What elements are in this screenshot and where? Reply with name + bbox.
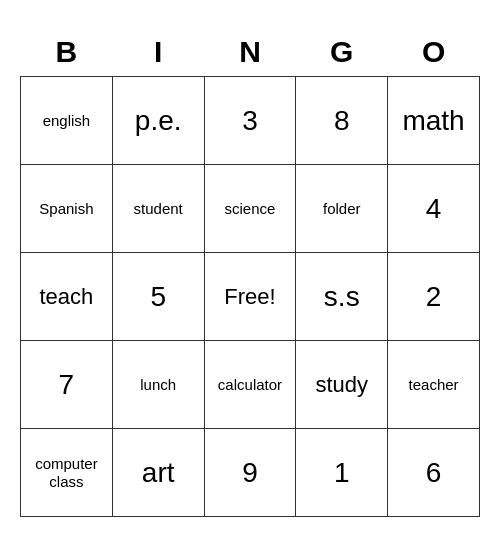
cell-content: calculator [218,376,282,393]
table-cell: 9 [204,429,296,517]
table-cell: calculator [204,341,296,429]
table-row: Spanishstudentsciencefolder4 [21,165,480,253]
table-cell: Free! [204,253,296,341]
cell-content: computer class [35,455,98,490]
table-cell: computer class [21,429,113,517]
cell-content: teacher [409,376,459,393]
table-cell: 1 [296,429,388,517]
table-cell: lunch [112,341,204,429]
table-row: computer classart916 [21,429,480,517]
table-cell: english [21,77,113,165]
cell-content: 6 [426,457,442,488]
table-cell: 4 [388,165,480,253]
cell-content: 4 [426,193,442,224]
cell-content: 3 [242,105,258,136]
cell-content: 9 [242,457,258,488]
bingo-card: BINGO englishp.e.38mathSpanishstudentsci… [20,27,480,518]
cell-content: art [142,457,175,488]
cell-content: Free! [224,284,275,309]
cell-content: study [315,372,368,397]
bingo-header-cell: I [112,27,204,77]
cell-content: science [225,200,276,217]
table-cell: 5 [112,253,204,341]
cell-content: s.s [324,281,360,312]
cell-content: 5 [150,281,166,312]
table-cell: 3 [204,77,296,165]
bingo-header-cell: B [21,27,113,77]
table-cell: teach [21,253,113,341]
cell-content: 8 [334,105,350,136]
table-cell: math [388,77,480,165]
cell-content: student [134,200,183,217]
table-cell: teacher [388,341,480,429]
cell-content: p.e. [135,105,182,136]
cell-content: teach [39,284,93,309]
cell-content: 1 [334,457,350,488]
bingo-header: BINGO [21,27,480,77]
bingo-header-cell: N [204,27,296,77]
table-row: 7lunchcalculatorstudyteacher [21,341,480,429]
cell-content: math [402,105,464,136]
table-cell: art [112,429,204,517]
table-cell: 2 [388,253,480,341]
table-cell: science [204,165,296,253]
table-cell: p.e. [112,77,204,165]
table-row: teach5Free!s.s2 [21,253,480,341]
table-cell: student [112,165,204,253]
table-cell: study [296,341,388,429]
table-row: englishp.e.38math [21,77,480,165]
table-cell: 8 [296,77,388,165]
bingo-header-cell: G [296,27,388,77]
cell-content: Spanish [39,200,93,217]
table-cell: 6 [388,429,480,517]
table-cell: 7 [21,341,113,429]
bingo-body: englishp.e.38mathSpanishstudentsciencefo… [21,77,480,517]
cell-content: 2 [426,281,442,312]
cell-content: folder [323,200,361,217]
table-cell: s.s [296,253,388,341]
cell-content: english [43,112,91,129]
table-cell: Spanish [21,165,113,253]
bingo-header-cell: O [388,27,480,77]
cell-content: lunch [140,376,176,393]
cell-content: 7 [59,369,75,400]
table-cell: folder [296,165,388,253]
